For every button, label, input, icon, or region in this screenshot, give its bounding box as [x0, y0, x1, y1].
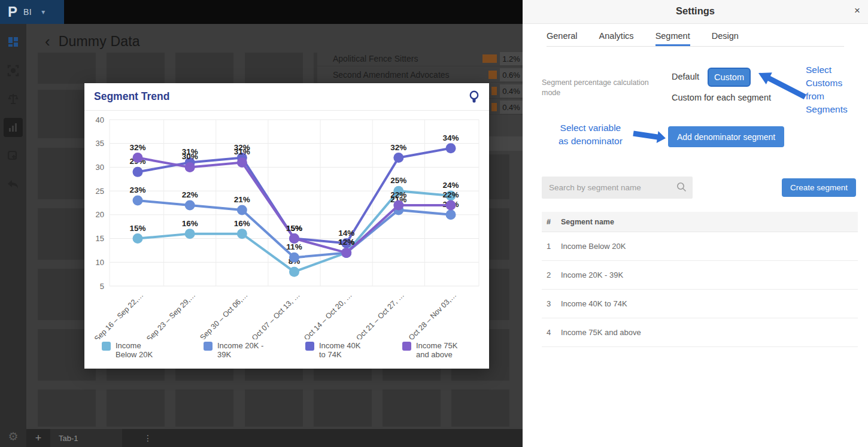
- tab-tab1[interactable]: Tab-1: [50, 429, 122, 447]
- legend-swatch: [305, 342, 314, 351]
- legend-item-income-below-20k[interactable]: Income Below 20K: [102, 341, 153, 359]
- legend-label: Income 20K - 39K: [217, 341, 263, 359]
- skeleton-tile: [107, 390, 165, 427]
- data-label: 34%: [442, 133, 459, 142]
- data-label: 22%: [442, 190, 459, 199]
- data-point[interactable]: [393, 153, 403, 163]
- pyramid-logo: P: [8, 5, 17, 19]
- data-point[interactable]: [237, 157, 247, 168]
- tab-analytics[interactable]: Analytics: [599, 31, 634, 46]
- segment-row[interactable]: 2Income 20K - 39K: [542, 261, 858, 290]
- left-sidebar: ⚙: [0, 24, 26, 447]
- mode-custom-button[interactable]: Custom: [708, 68, 751, 87]
- svg-text:20: 20: [96, 210, 104, 219]
- data-point[interactable]: [133, 153, 143, 163]
- data-point[interactable]: [446, 209, 456, 220]
- data-point[interactable]: [185, 162, 195, 172]
- data-label: 16%: [182, 219, 198, 228]
- data-point[interactable]: [237, 205, 247, 215]
- background-row-value: 0.6%: [500, 68, 523, 81]
- background-row-value: 0.4%: [500, 101, 523, 114]
- data-point[interactable]: [237, 229, 247, 239]
- mode-default-option[interactable]: Default: [672, 72, 699, 81]
- add-denominator-segment-button[interactable]: Add denominator segment: [668, 126, 784, 147]
- background-row-bar: [491, 103, 497, 111]
- skeleton-tile: [38, 53, 96, 84]
- chart-tool-icon[interactable]: [4, 118, 23, 137]
- segment-search-input[interactable]: [542, 177, 693, 199]
- segment-table: # Segment name 1Income Below 20K2Income …: [542, 212, 858, 347]
- data-point[interactable]: [289, 233, 299, 244]
- undo-arrow-icon[interactable]: [4, 175, 23, 194]
- data-point[interactable]: [185, 200, 195, 210]
- data-label: 25%: [390, 176, 406, 185]
- data-point[interactable]: [185, 229, 195, 239]
- data-point[interactable]: [393, 200, 403, 210]
- data-point[interactable]: [133, 233, 143, 244]
- svg-text:35: 35: [96, 139, 104, 148]
- segment-search-box: [542, 177, 693, 199]
- legend-item-income-75k-and-above[interactable]: Income 75K and above: [402, 341, 457, 359]
- back-chevron-icon[interactable]: ‹: [45, 34, 50, 49]
- data-label: 24%: [442, 181, 459, 190]
- close-icon[interactable]: ×: [854, 5, 860, 17]
- segment-table-header: # Segment name: [542, 212, 858, 232]
- background-row-bar: [491, 87, 497, 95]
- data-label: 32%: [129, 143, 145, 152]
- background-row-value: 1.2%: [500, 52, 523, 65]
- segment-row-name: Income 40K to 74K: [561, 299, 627, 308]
- skeleton-tile: [245, 390, 303, 427]
- data-label: 15%: [286, 224, 302, 233]
- data-point[interactable]: [446, 143, 456, 153]
- scan-focus-icon[interactable]: [4, 61, 23, 80]
- segment-row-number: 3: [542, 299, 561, 308]
- scale-balance-icon[interactable]: [4, 89, 23, 108]
- tab-general[interactable]: General: [547, 31, 578, 46]
- chevron-down-icon[interactable]: ▾: [41, 8, 45, 16]
- data-label: 16%: [234, 219, 250, 228]
- annotation-select-customs: Select Customs from Segments: [806, 63, 848, 116]
- gear-icon[interactable]: ⚙: [5, 428, 22, 445]
- data-point[interactable]: [289, 253, 299, 263]
- segment-row[interactable]: 3Income 40K to 74K: [542, 290, 858, 318]
- background-row-bar: [482, 54, 497, 63]
- data-label: 11%: [286, 242, 302, 251]
- segment-row-number: 4: [542, 328, 561, 337]
- skeleton-tile: [314, 390, 372, 427]
- insight-bulb-icon[interactable]: [468, 90, 481, 104]
- segment-row[interactable]: 4Income 75K and above: [542, 318, 858, 347]
- settings-panel: Settings × GeneralAnalyticsSegmentDesign…: [523, 0, 868, 447]
- background-table-row: Apolitical Fence Sitters1.2%: [317, 51, 523, 66]
- column-number: #: [542, 218, 561, 226]
- segment-row-name: Income Below 20K: [561, 242, 626, 251]
- duplicate-copy-icon[interactable]: [4, 147, 23, 166]
- svg-text:Sep 16 – Sep 22,…: Sep 16 – Sep 22,…: [93, 291, 145, 339]
- dashboard-grid-icon[interactable]: [4, 32, 23, 51]
- chart-title: Segment Trend: [94, 90, 169, 103]
- data-label: 32%: [390, 143, 406, 152]
- app-logo-block[interactable]: P BI ▾: [0, 0, 64, 24]
- data-point[interactable]: [289, 267, 299, 277]
- legend-item-income-40k-to-74k[interactable]: Income 40K to 74K: [305, 341, 360, 359]
- background-row-name: Second Amendment Advocates: [333, 70, 450, 80]
- tab-design[interactable]: Design: [712, 31, 739, 46]
- svg-text:Oct 14 – Oct 20, …: Oct 14 – Oct 20, …: [302, 291, 354, 339]
- background-row-bar: [488, 71, 497, 79]
- data-point[interactable]: [133, 196, 143, 206]
- legend-item-income-20k-39k[interactable]: Income 20K - 39K: [204, 341, 263, 359]
- data-point[interactable]: [133, 167, 143, 177]
- segment-row[interactable]: 1Income Below 20K: [542, 232, 858, 261]
- svg-text:Oct 07 – Oct 13, …: Oct 07 – Oct 13, …: [250, 291, 302, 339]
- skeleton-tile: [175, 53, 233, 84]
- data-point[interactable]: [446, 200, 456, 210]
- skeleton-tile: [107, 53, 165, 84]
- legend-swatch: [402, 342, 411, 351]
- data-point[interactable]: [341, 248, 351, 258]
- tab-segment[interactable]: Segment: [655, 31, 690, 46]
- add-tab-button[interactable]: +: [26, 432, 50, 445]
- create-segment-button[interactable]: Create segment: [782, 178, 856, 197]
- product-name: BI: [23, 7, 32, 17]
- svg-text:25: 25: [96, 187, 104, 196]
- tab-menu-kebab-icon[interactable]: ⋮: [122, 433, 176, 443]
- skeleton-tile: [383, 390, 441, 427]
